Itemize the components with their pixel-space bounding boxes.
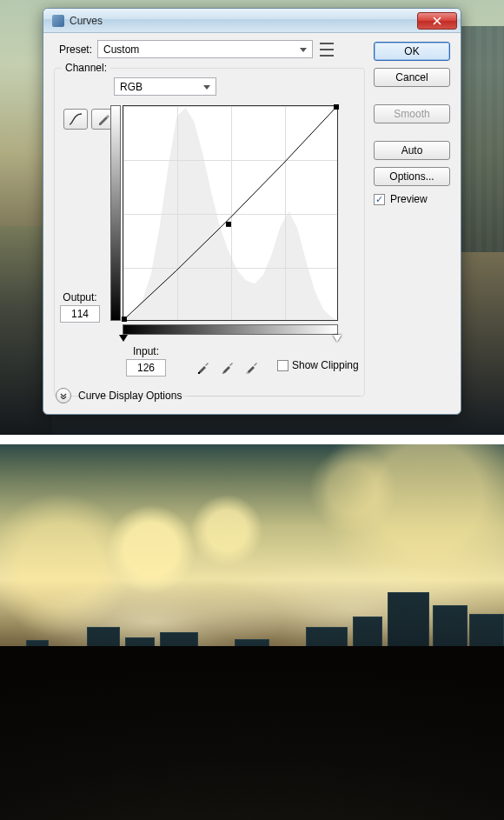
input-field[interactable]: 126 xyxy=(126,359,166,377)
auto-button[interactable]: Auto xyxy=(374,141,450,160)
curve-display-options-toggle[interactable] xyxy=(56,388,71,403)
svg-rect-0 xyxy=(226,222,231,227)
cancel-button[interactable]: Cancel xyxy=(374,68,450,87)
cancel-label: Cancel xyxy=(395,71,428,83)
auto-label: Auto xyxy=(401,144,423,157)
input-label: Input: xyxy=(126,345,166,357)
ok-button[interactable]: OK xyxy=(374,42,450,61)
preset-value: Custom xyxy=(103,43,139,56)
input-value: 126 xyxy=(137,362,155,374)
curve-graph[interactable] xyxy=(123,105,338,321)
ok-label: OK xyxy=(404,45,419,57)
output-field[interactable]: 114 xyxy=(60,305,100,323)
curve-tool-button[interactable] xyxy=(63,109,88,130)
preset-menu-icon[interactable] xyxy=(320,43,334,57)
bg-buildings-right xyxy=(461,26,504,252)
divider xyxy=(189,396,360,397)
curve-line xyxy=(123,106,337,320)
curve-display-options-label: Curve Display Options xyxy=(78,390,182,402)
output-label: Output: xyxy=(60,291,100,303)
channel-combobox[interactable]: RGB xyxy=(114,77,216,96)
options-label: Options... xyxy=(389,170,434,183)
curve-tool-icon xyxy=(68,112,83,126)
curves-dialog: Curves Preset: Custom xyxy=(43,8,461,415)
preset-combobox[interactable]: Custom xyxy=(97,40,313,58)
eyedropper-icon xyxy=(221,360,235,374)
right-panel: OK Cancel Smooth Auto Options... xyxy=(374,33,461,414)
output-value: 114 xyxy=(71,308,89,320)
app-icon xyxy=(52,15,64,27)
white-point-slider[interactable] xyxy=(333,335,342,342)
black-point-slider[interactable] xyxy=(119,335,128,342)
chevron-down-icon xyxy=(60,392,67,399)
smooth-label: Smooth xyxy=(394,108,429,120)
close-icon xyxy=(432,17,442,25)
titlebar[interactable]: Curves xyxy=(43,9,461,33)
left-panel: Preset: Custom Channel: RGB xyxy=(43,33,372,414)
preset-label: Preset: xyxy=(59,43,92,56)
background-top: Curves Preset: Custom xyxy=(0,0,504,435)
show-clipping-checkbox[interactable] xyxy=(277,360,288,371)
show-clipping-label: Show Clipping xyxy=(292,359,359,371)
preview-label: Preview xyxy=(390,193,428,205)
window-title: Curves xyxy=(70,15,417,27)
white-eyedropper[interactable] xyxy=(242,357,262,377)
channel-group: Channel: RGB xyxy=(54,68,365,397)
gray-eyedropper[interactable] xyxy=(218,357,237,377)
options-button[interactable]: Options... xyxy=(374,167,450,186)
black-eyedropper[interactable] xyxy=(194,357,213,377)
channel-value: RGB xyxy=(120,81,143,93)
eyedropper-icon xyxy=(245,360,259,374)
channel-label: Channel: xyxy=(62,62,110,74)
close-button[interactable] xyxy=(417,12,457,30)
eyedropper-icon xyxy=(196,360,210,374)
pencil-icon xyxy=(96,112,110,126)
svg-rect-1 xyxy=(122,317,127,322)
foreground-hill xyxy=(0,646,504,820)
result-image xyxy=(0,444,504,820)
smooth-button[interactable]: Smooth xyxy=(374,104,450,123)
output-gradient-bar xyxy=(110,105,121,321)
svg-point-5 xyxy=(247,372,249,374)
svg-rect-2 xyxy=(334,104,339,110)
input-gradient-bar xyxy=(123,324,338,335)
dialog-body: Preset: Custom Channel: RGB xyxy=(43,33,461,414)
preview-checkbox[interactable] xyxy=(374,194,385,205)
